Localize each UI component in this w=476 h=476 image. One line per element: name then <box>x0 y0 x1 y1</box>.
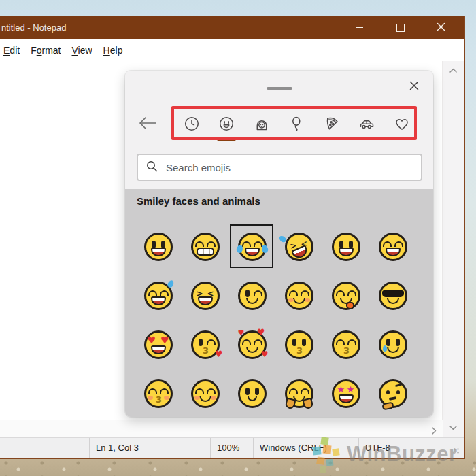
emoji-grinning-face-with-big-eyes[interactable] <box>322 222 369 271</box>
thinking-face-face <box>379 379 407 408</box>
back-button[interactable] <box>137 116 158 133</box>
menu-bar: EditFormatViewHelp <box>0 39 464 61</box>
menu-item-help[interactable]: Help <box>103 45 123 56</box>
kissing-face-face: 3 <box>285 330 313 359</box>
emoji-smiling-face-with-open-hands[interactable] <box>275 369 322 417</box>
emoji-scroll-area[interactable]: Smiley faces and animals ><><♥♥3♥♥♥♥333★… <box>125 189 433 417</box>
search-input[interactable] <box>165 161 392 174</box>
emoji-beaming-face-with-smiling-eyes[interactable] <box>182 222 228 271</box>
beaming-face-with-smiling-eyes-face <box>191 233 220 261</box>
slightly-smiling-face-face <box>238 379 267 408</box>
emoji-smiling-face-with-sunglasses[interactable] <box>369 271 416 320</box>
vertical-scrollbar[interactable] <box>442 61 464 438</box>
grinning-squinting-face-face: >< <box>191 282 220 310</box>
window-title: ntitled - Notepad <box>1 22 66 33</box>
emoji-smiling-face-with-smiling-eyes[interactable] <box>275 271 322 320</box>
emoji-kissing-face-with-closed-eyes[interactable]: 3 <box>135 369 182 417</box>
desktop: ntitled - Notepad EditFormatViewHelp Ln … <box>0 0 476 476</box>
emoji-smiling-face[interactable] <box>182 369 228 417</box>
tab-transportation-and-places[interactable] <box>350 107 385 141</box>
tab-symbols[interactable] <box>384 107 420 141</box>
tab-food-and-plants[interactable] <box>314 107 350 141</box>
emoji-face-with-tears-of-joy[interactable] <box>228 222 275 271</box>
menu-item-edit[interactable]: Edit <box>3 45 20 56</box>
scroll-down-button[interactable] <box>449 422 458 434</box>
maximize-icon <box>396 24 405 32</box>
status-line-ending: Windows (CRLF) <box>253 438 358 458</box>
emoji-winking-face[interactable] <box>228 271 275 320</box>
menu-item-format[interactable]: Format <box>31 45 61 56</box>
status-spacer <box>0 438 89 458</box>
status-cursor-position: Ln 1, Col 3 <box>89 438 210 458</box>
maximize-button[interactable] <box>384 16 416 39</box>
menu-item-view[interactable]: View <box>72 45 92 56</box>
kissing-face-with-smiling-eyes-face: 3 <box>332 330 360 359</box>
tab-celebrations-and-objects[interactable] <box>279 107 315 141</box>
minimize-icon <box>356 27 363 29</box>
minimize-button[interactable] <box>343 16 375 39</box>
emoji-thinking-face[interactable] <box>369 369 416 417</box>
heart-icon <box>393 115 411 133</box>
panel-close-button[interactable] <box>408 81 420 93</box>
emoji-grid: ><><♥♥3♥♥♥♥333★★ <box>135 222 416 417</box>
face-with-tears-of-joy-face <box>238 233 267 261</box>
status-bar: Ln 1, Col 3100%Windows (CRLF)UTF-8 <box>0 437 464 458</box>
desktop-beach-background <box>0 458 476 476</box>
emoji-smiling-face-with-tear[interactable] <box>369 320 416 369</box>
search-icon <box>146 160 158 175</box>
resize-grip[interactable] <box>453 447 460 454</box>
emoji-grinning-face-with-smiling-eyes[interactable] <box>369 222 416 271</box>
grinning-face-with-sweat-face <box>144 282 173 310</box>
scroll-up-button[interactable] <box>449 64 458 76</box>
smiling-face-with-heart-eyes-face: ♥♥ <box>144 330 173 359</box>
smiley-icon <box>218 115 235 133</box>
scroll-right-button[interactable] <box>431 426 437 438</box>
grinning-face-with-big-eyes-face <box>332 233 360 261</box>
close-icon <box>437 22 445 34</box>
category-tabs <box>174 107 420 141</box>
emoji-grinning-face[interactable] <box>135 222 182 271</box>
close-button[interactable] <box>425 16 457 39</box>
emoji-smiling-face-with-heart-eyes[interactable]: ♥♥ <box>135 320 182 369</box>
winking-face-face <box>238 282 267 310</box>
emoji-kissing-face[interactable]: 3 <box>275 320 322 369</box>
horizontal-scrollbar[interactable] <box>0 420 443 438</box>
rolling-on-the-floor-laughing-face: >< <box>282 231 316 264</box>
tab-people[interactable] <box>244 107 279 141</box>
emoji-star-struck[interactable]: ★★ <box>322 369 369 417</box>
pizza-icon <box>323 115 341 133</box>
emoji-kissing-face-with-smiling-eyes[interactable]: 3 <box>322 320 369 369</box>
car-icon <box>357 115 376 133</box>
status-encoding: UTF-8 <box>358 438 464 458</box>
smiling-face-with-hearts-face: ♥♥♥ <box>238 330 267 359</box>
clock-icon <box>183 115 201 133</box>
close-icon <box>409 81 419 93</box>
grinning-face-face <box>144 233 173 261</box>
tab-most-recently-used[interactable] <box>174 107 209 141</box>
emoji-smiling-face-with-hearts[interactable]: ♥♥♥ <box>228 320 275 369</box>
smiling-face-face <box>191 379 220 408</box>
emoji-rolling-on-the-floor-laughing[interactable]: >< <box>275 222 322 271</box>
emoji-face-blowing-a-kiss[interactable]: 3♥ <box>182 320 228 369</box>
smiling-face-with-open-hands-face <box>285 379 313 408</box>
grinning-face-with-smiling-eyes-face <box>379 233 407 261</box>
category-tab-row <box>125 107 433 141</box>
search-box[interactable] <box>137 154 422 181</box>
star-struck-face: ★★ <box>332 379 360 408</box>
emoji-slightly-smiling-face[interactable] <box>228 369 275 417</box>
emoji-grinning-squinting-face[interactable]: >< <box>182 271 228 320</box>
smiling-face-with-smiling-eyes-face <box>285 282 313 310</box>
balloon-icon <box>288 115 305 133</box>
emoji-picker-panel: Smiley faces and animals ><><♥♥3♥♥♥♥333★… <box>125 71 433 417</box>
person-icon <box>253 115 271 133</box>
kissing-face-with-closed-eyes-face: 3 <box>144 379 173 408</box>
smiling-face-with-tear-face <box>379 330 407 359</box>
emoji-face-savoring-food[interactable] <box>322 271 369 320</box>
tab-smiley-faces-and-animals[interactable] <box>209 107 245 141</box>
face-savoring-food-face <box>332 282 360 310</box>
drag-handle[interactable] <box>267 87 292 90</box>
emoji-grinning-face-with-sweat[interactable] <box>135 271 182 320</box>
section-title: Smiley faces and animals <box>137 195 260 207</box>
back-arrow-icon <box>137 121 158 133</box>
status-zoom: 100% <box>210 438 253 458</box>
